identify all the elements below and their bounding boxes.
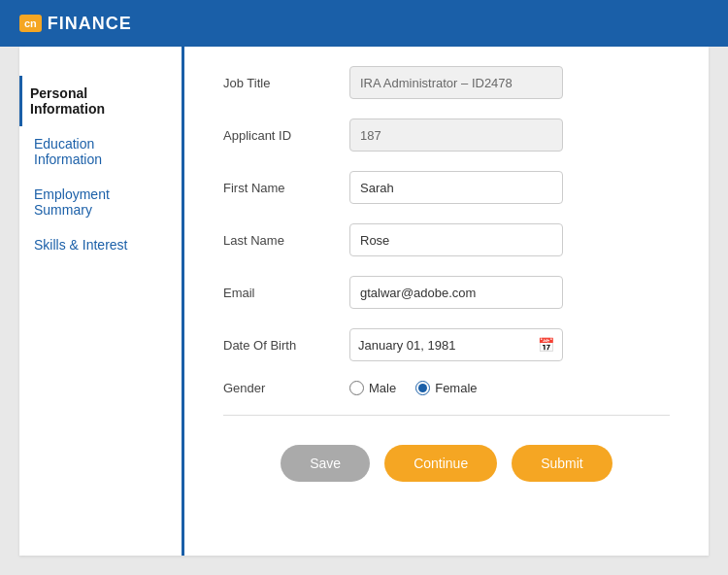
logo-icon: cn	[19, 15, 42, 32]
last-name-row: Last Name	[223, 223, 670, 256]
gender-row: Gender Male Female	[223, 381, 670, 395]
gender-label: Gender	[223, 381, 349, 395]
form-area: Job Title Applicant ID First Name Last N…	[184, 47, 709, 556]
last-name-label: Last Name	[223, 233, 349, 248]
job-title-label: Job Title	[223, 76, 349, 90]
first-name-label: First Name	[223, 181, 349, 195]
gender-male-option[interactable]: Male	[349, 381, 396, 395]
email-label: Email	[223, 286, 349, 300]
dob-wrapper[interactable]: 📅	[349, 328, 563, 361]
gender-female-radio[interactable]	[415, 381, 430, 395]
applicant-id-row: Applicant ID	[223, 118, 670, 152]
logo-text: FINANCE	[48, 14, 132, 34]
calendar-icon[interactable]: 📅	[538, 337, 554, 353]
gender-male-radio[interactable]	[349, 381, 364, 395]
applicant-id-label: Applicant ID	[223, 128, 349, 143]
gender-female-label: Female	[435, 381, 477, 395]
gender-female-option[interactable]: Female	[415, 381, 477, 395]
sidebar-item-skills[interactable]: Skills & Interest	[29, 227, 167, 262]
dob-input[interactable]	[358, 338, 538, 353]
submit-button[interactable]: Submit	[512, 445, 612, 482]
first-name-row: First Name	[223, 171, 670, 204]
dob-label: Date Of Birth	[223, 338, 349, 353]
header-logo: cn FINANCE	[19, 14, 132, 34]
sidebar: Personal Information Education Informati…	[19, 47, 184, 556]
main-card: Personal Information Education Informati…	[19, 47, 709, 556]
applicant-id-input[interactable]	[349, 118, 563, 152]
dob-row: Date Of Birth 📅	[223, 328, 670, 361]
email-input[interactable]	[349, 276, 563, 309]
app-header: cn FINANCE	[0, 0, 728, 47]
job-title-row: Job Title	[223, 66, 670, 99]
first-name-input[interactable]	[349, 171, 563, 204]
last-name-input[interactable]	[349, 223, 563, 256]
button-row: Save Continue Submit	[223, 435, 670, 491]
gender-options: Male Female	[349, 381, 478, 395]
gender-male-label: Male	[369, 381, 396, 395]
email-row: Email	[223, 276, 670, 309]
continue-button[interactable]: Continue	[384, 445, 497, 482]
sidebar-item-personal[interactable]: Personal Information	[19, 76, 167, 126]
save-button[interactable]: Save	[281, 445, 370, 482]
sidebar-item-employment[interactable]: Employment Summary	[29, 177, 167, 227]
app-wrapper: cn FINANCE Personal Information Educatio…	[0, 0, 728, 575]
sidebar-item-education[interactable]: Education Information	[29, 126, 167, 177]
form-divider	[223, 415, 670, 416]
job-title-input[interactable]	[349, 66, 563, 99]
